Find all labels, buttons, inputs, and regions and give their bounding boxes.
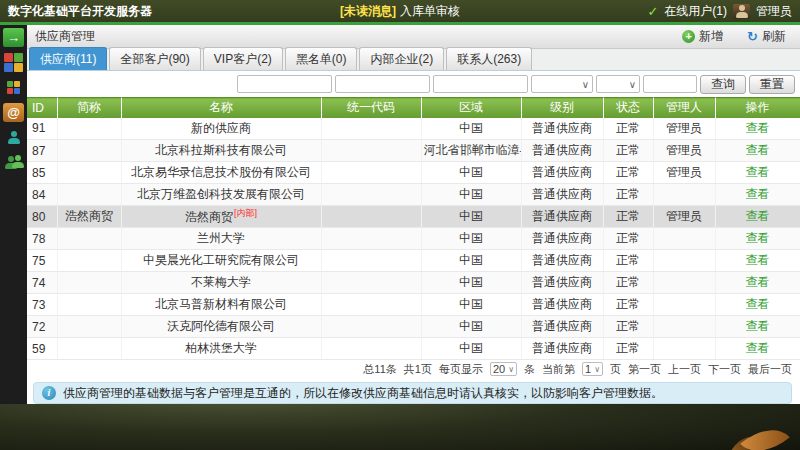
cell-manager: 管理员 — [653, 162, 715, 184]
notice-bar: i 供应商管理的基础数据与客户管理是互通的，所以在修改供应商基础信息时请认真核实… — [33, 382, 792, 404]
column-header-id[interactable]: ID — [27, 98, 57, 118]
cell-short_name — [57, 250, 121, 272]
view-link[interactable]: 查看 — [746, 165, 770, 179]
column-header-status[interactable]: 状态 — [603, 98, 653, 118]
filter-level-select[interactable]: ∨ — [531, 75, 593, 93]
person-icon — [735, 5, 749, 18]
mail-icon[interactable]: @ — [3, 103, 24, 122]
cell-level: 普通供应商 — [521, 294, 603, 316]
current-page-select[interactable]: 1 ∨ — [582, 362, 603, 376]
cell-manager — [653, 316, 715, 338]
users-icon[interactable] — [3, 153, 24, 172]
tab-4[interactable]: 内部企业(2) — [359, 47, 444, 70]
add-button[interactable]: + 新增 — [676, 27, 729, 46]
page-link-1[interactable]: 上一页 — [668, 362, 701, 377]
table-row[interactable]: 59柏林洪堡大学中国普通供应商正常查看 — [27, 338, 800, 360]
per-page-select[interactable]: 20 ∨ — [490, 362, 517, 376]
table-row[interactable]: 87北京科拉斯科技有限公司河北省邯郸市临漳县普通供应商正常管理员查看 — [27, 140, 800, 162]
apps-icon[interactable] — [3, 78, 24, 97]
cell-status: 正常 — [603, 272, 653, 294]
cell-region: 河北省邯郸市临漳县 — [421, 140, 521, 162]
per-page-label: 每页显示 — [439, 362, 483, 377]
view-link[interactable]: 查看 — [746, 231, 770, 245]
page-link-3[interactable]: 最后一页 — [748, 362, 792, 377]
cell-name: 沃克阿伦德有限公司 — [121, 316, 321, 338]
cell-code — [321, 228, 421, 250]
table-row[interactable]: 85北京易华录信息技术股份有限公司中国普通供应商正常管理员查看 — [27, 162, 800, 184]
cell-status: 正常 — [603, 228, 653, 250]
view-link[interactable]: 查看 — [746, 275, 770, 289]
column-header-short_name[interactable]: 简称 — [57, 98, 121, 118]
cell-region: 中国 — [421, 206, 521, 228]
column-header-name[interactable]: 名称 — [121, 98, 321, 118]
cell-level: 普通供应商 — [521, 316, 603, 338]
modules-icon[interactable] — [3, 53, 24, 72]
column-header-code[interactable]: 统一代码 — [321, 98, 421, 118]
cell-action: 查看 — [715, 140, 800, 162]
add-icon: + — [682, 30, 695, 43]
cell-action: 查看 — [715, 228, 800, 250]
chevron-down-icon: ∨ — [582, 79, 589, 90]
unread-message-text[interactable]: 入库单审核 — [400, 3, 460, 20]
cell-region: 中国 — [421, 272, 521, 294]
cell-code — [321, 118, 421, 140]
cell-id: 85 — [27, 162, 57, 184]
view-link[interactable]: 查看 — [746, 209, 770, 223]
view-link[interactable]: 查看 — [746, 319, 770, 333]
view-link[interactable]: 查看 — [746, 253, 770, 267]
cell-manager — [653, 250, 715, 272]
filter-code-input[interactable] — [335, 75, 430, 93]
page-link-0[interactable]: 第一页 — [628, 362, 661, 377]
online-users[interactable]: 在线用户(1) — [664, 3, 727, 20]
refresh-button[interactable]: ↻ 刷新 — [741, 27, 792, 46]
filter-status-select[interactable]: ∨ — [596, 75, 640, 93]
cell-short_name — [57, 140, 121, 162]
tab-0[interactable]: 供应商(11) — [29, 47, 107, 70]
cell-short_name — [57, 228, 121, 250]
table-row[interactable]: 91新的供应商中国普通供应商正常管理员查看 — [27, 118, 800, 140]
message-center[interactable]: [未读消息] 入库单审核 — [340, 3, 460, 20]
view-link[interactable]: 查看 — [746, 187, 770, 201]
cell-level: 普通供应商 — [521, 338, 603, 360]
view-link[interactable]: 查看 — [746, 143, 770, 157]
filter-manager-input[interactable] — [643, 75, 697, 93]
unread-message-badge[interactable]: [未读消息] — [340, 3, 396, 20]
avatar[interactable] — [733, 4, 750, 19]
cell-id: 72 — [27, 316, 57, 338]
column-header-region[interactable]: 区域 — [421, 98, 521, 118]
cell-manager — [653, 272, 715, 294]
cell-code — [321, 338, 421, 360]
filter-name-input[interactable] — [237, 75, 332, 93]
column-header-manager[interactable]: 管理人 — [653, 98, 715, 118]
cell-region: 中国 — [421, 118, 521, 140]
query-button[interactable]: 查询 — [700, 75, 746, 94]
tab-3[interactable]: 黑名单(0) — [285, 47, 358, 70]
expand-arrow-icon[interactable]: → — [3, 28, 24, 47]
column-header-action[interactable]: 操作 — [715, 98, 800, 118]
view-link[interactable]: 查看 — [746, 341, 770, 355]
filter-region-input[interactable] — [433, 75, 528, 93]
table-row[interactable]: 75中昊晨光化工研究院有限公司中国普通供应商正常查看 — [27, 250, 800, 272]
table-row[interactable]: 78兰州大学中国普通供应商正常查看 — [27, 228, 800, 250]
table-row[interactable]: 80浩然商贸浩然商贸[内部]中国普通供应商正常管理员查看 — [27, 206, 800, 228]
page-link-2[interactable]: 下一页 — [708, 362, 741, 377]
tab-5[interactable]: 联系人(263) — [446, 47, 532, 70]
column-header-level[interactable]: 级别 — [521, 98, 603, 118]
table-row[interactable]: 72沃克阿伦德有限公司中国普通供应商正常查看 — [27, 316, 800, 338]
tab-2[interactable]: VIP客户(2) — [203, 47, 283, 70]
tab-1[interactable]: 全部客户(90) — [109, 47, 200, 70]
table-row[interactable]: 74不莱梅大学中国普通供应商正常查看 — [27, 272, 800, 294]
user-icon[interactable] — [3, 128, 24, 147]
table-row[interactable]: 73北京马普新材料有限公司中国普通供应商正常查看 — [27, 294, 800, 316]
table-row[interactable]: 84北京万维盈创科技发展有限公司中国普通供应商正常查看 — [27, 184, 800, 206]
pagination-links: 第一页上一页下一页最后一页 — [628, 362, 792, 377]
cell-region: 中国 — [421, 294, 521, 316]
view-link[interactable]: 查看 — [746, 121, 770, 135]
app-title: 数字化基础平台开发服务器 — [8, 3, 152, 20]
cell-status: 正常 — [603, 338, 653, 360]
reset-button[interactable]: 重置 — [749, 75, 795, 94]
sidebar: → @ — [0, 25, 27, 404]
cell-short_name — [57, 338, 121, 360]
view-link[interactable]: 查看 — [746, 297, 770, 311]
cell-status: 正常 — [603, 162, 653, 184]
